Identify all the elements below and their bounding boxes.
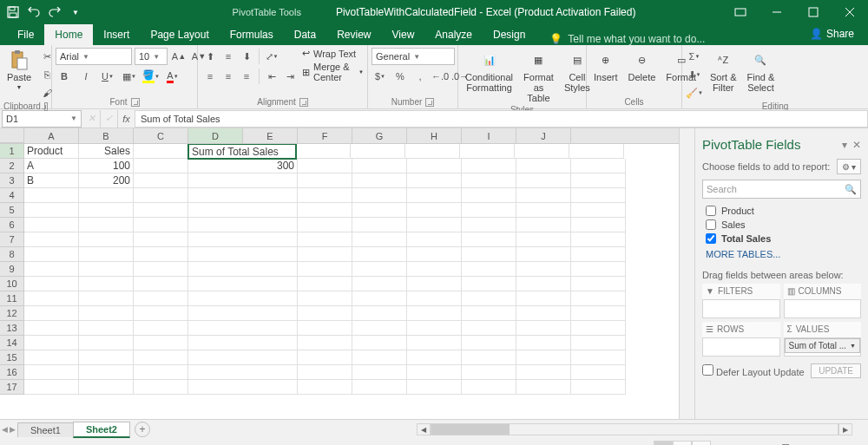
- row-header[interactable]: 5: [0, 203, 24, 218]
- cell-B8[interactable]: [79, 247, 134, 262]
- cell-G10[interactable]: [407, 277, 462, 291]
- fields-search-input[interactable]: Search🔍: [702, 180, 861, 199]
- cell-H8[interactable]: [462, 247, 516, 262]
- align-middle-icon[interactable]: ≡: [220, 48, 237, 65]
- cell-A2[interactable]: A: [24, 159, 79, 173]
- cell-G6[interactable]: [407, 218, 462, 232]
- cell-G8[interactable]: [407, 247, 462, 262]
- cell-I3[interactable]: [516, 173, 571, 188]
- name-box[interactable]: D1▼: [2, 110, 82, 128]
- cell-B10[interactable]: [79, 277, 134, 291]
- cell-E10[interactable]: [298, 277, 352, 291]
- cell-E4[interactable]: [298, 188, 352, 203]
- row-header[interactable]: 12: [0, 306, 24, 321]
- cell-B3[interactable]: 200: [79, 173, 134, 188]
- cell-F10[interactable]: [352, 277, 407, 291]
- cell-C6[interactable]: [134, 218, 188, 232]
- cell-C1[interactable]: [134, 144, 188, 159]
- cell-G17[interactable]: [407, 380, 462, 395]
- cell-B6[interactable]: [79, 218, 134, 232]
- cell-D1[interactable]: Sum of Total Sales: [187, 144, 297, 160]
- rows-area[interactable]: ☰ROWS: [702, 322, 780, 357]
- redo-icon[interactable]: [45, 3, 64, 22]
- tab-home[interactable]: Home: [44, 24, 93, 45]
- cell-J15[interactable]: [571, 350, 626, 365]
- cell-F14[interactable]: [352, 336, 407, 350]
- row-header[interactable]: 15: [0, 350, 24, 365]
- qat-customize-icon[interactable]: ▼: [66, 3, 85, 22]
- cell-J13[interactable]: [571, 321, 626, 336]
- cell-F16[interactable]: [352, 365, 407, 380]
- spreadsheet-grid[interactable]: A B C D E F G H I J 1ProductSalesSum of …: [0, 128, 679, 419]
- cell-J4[interactable]: [571, 188, 626, 203]
- cell-E8[interactable]: [298, 247, 352, 262]
- tab-view[interactable]: View: [382, 24, 425, 45]
- cell-C14[interactable]: [134, 336, 188, 350]
- col-header[interactable]: I: [462, 128, 516, 143]
- cell-I17[interactable]: [516, 380, 571, 395]
- row-header[interactable]: 17: [0, 380, 24, 395]
- cell-H2[interactable]: [462, 159, 516, 173]
- cell-I13[interactable]: [516, 321, 571, 336]
- cell-E9[interactable]: [298, 262, 352, 277]
- cell-A10[interactable]: [24, 277, 79, 291]
- format-as-table-button[interactable]: ▦Format as Table: [520, 48, 557, 105]
- horizontal-scrollbar[interactable]: ◀ ▶: [417, 422, 852, 436]
- cell-E5[interactable]: [298, 203, 352, 218]
- cell-A11[interactable]: [24, 291, 79, 306]
- scroll-right-icon[interactable]: ▶: [838, 423, 852, 435]
- cell-C13[interactable]: [134, 321, 188, 336]
- tab-review[interactable]: Review: [326, 24, 381, 45]
- cell-C15[interactable]: [134, 350, 188, 365]
- fields-close-icon[interactable]: ✕: [852, 139, 861, 151]
- number-launcher-icon[interactable]: [425, 98, 434, 107]
- row-header[interactable]: 13: [0, 321, 24, 336]
- formula-bar[interactable]: Sum of Total Sales: [135, 110, 868, 128]
- new-sheet-button[interactable]: +: [135, 422, 150, 437]
- scroll-left-icon[interactable]: ◀: [417, 423, 431, 435]
- col-header[interactable]: H: [407, 128, 462, 143]
- sheet-tab-sheet1[interactable]: Sheet1: [17, 422, 74, 437]
- cell-C3[interactable]: [134, 173, 188, 188]
- col-header[interactable]: C: [134, 128, 188, 143]
- cell-J14[interactable]: [571, 336, 626, 350]
- cell-E14[interactable]: [298, 336, 352, 350]
- cell-E15[interactable]: [298, 350, 352, 365]
- tab-page-layout[interactable]: Page Layout: [140, 24, 219, 45]
- cell-I8[interactable]: [516, 247, 571, 262]
- cell-A8[interactable]: [24, 247, 79, 262]
- cell-D4[interactable]: [188, 188, 298, 203]
- update-button[interactable]: UPDATE: [811, 363, 861, 378]
- row-header[interactable]: 8: [0, 247, 24, 262]
- row-header[interactable]: 4: [0, 188, 24, 203]
- cell-D6[interactable]: [188, 218, 298, 232]
- cell-B17[interactable]: [79, 380, 134, 395]
- row-header[interactable]: 9: [0, 262, 24, 277]
- cell-B12[interactable]: [79, 306, 134, 321]
- cell-I12[interactable]: [516, 306, 571, 321]
- tell-me-search[interactable]: 💡Tell me what you want to do...: [549, 33, 705, 45]
- page-layout-view-icon[interactable]: ▤: [673, 441, 692, 446]
- cell-B13[interactable]: [79, 321, 134, 336]
- cell-H9[interactable]: [462, 262, 516, 277]
- cell-G12[interactable]: [407, 306, 462, 321]
- cell-D9[interactable]: [188, 262, 298, 277]
- cell-B7[interactable]: [79, 232, 134, 247]
- row-header[interactable]: 7: [0, 232, 24, 247]
- cell-E3[interactable]: [298, 173, 352, 188]
- col-header[interactable]: B: [79, 128, 134, 143]
- cell-E1[interactable]: [296, 144, 351, 159]
- cell-F7[interactable]: [352, 232, 407, 247]
- cell-C16[interactable]: [134, 365, 188, 380]
- cell-J8[interactable]: [571, 247, 626, 262]
- cell-F4[interactable]: [352, 188, 407, 203]
- enter-icon[interactable]: ✓: [101, 110, 118, 128]
- cell-G5[interactable]: [407, 203, 462, 218]
- number-format-combo[interactable]: General▼: [372, 48, 455, 65]
- cell-B16[interactable]: [79, 365, 134, 380]
- cell-I9[interactable]: [516, 262, 571, 277]
- cell-F8[interactable]: [352, 247, 407, 262]
- cell-H10[interactable]: [462, 277, 516, 291]
- cell-D17[interactable]: [188, 380, 298, 395]
- cell-C17[interactable]: [134, 380, 188, 395]
